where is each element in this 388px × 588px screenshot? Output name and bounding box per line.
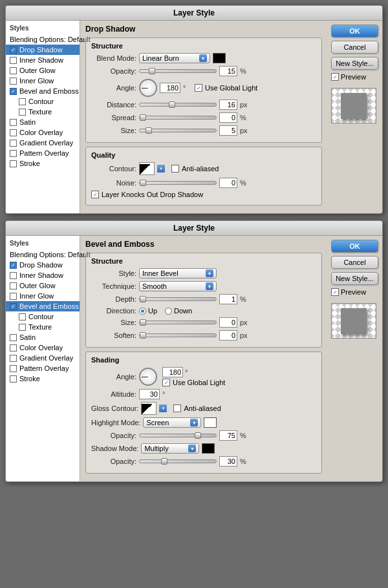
cb-satin-2[interactable] [10,334,17,341]
gloss-contour-dd-arrow-2[interactable]: ▼ [159,404,167,412]
noise-slider-1[interactable] [139,181,217,185]
cb-texture-2[interactable] [19,324,26,331]
sidebar-item-outer-glow-1[interactable]: Outer Glow [6,65,80,76]
cb-inner-glow-2[interactable] [10,293,17,300]
spread-slider-1[interactable] [139,116,217,120]
direction-down-field-2[interactable]: Down [165,307,192,315]
shadow-opacity-slider-2[interactable] [139,459,217,463]
cb-contour-1[interactable] [19,98,26,105]
cb-gradient-overlay-2[interactable] [10,355,17,362]
sidebar-item-inner-shadow-1[interactable]: Inner Shadow [6,55,80,65]
size-value-2[interactable]: 0 [219,317,237,328]
spread-value-1[interactable]: 0 [219,112,237,123]
cb-stroke-2[interactable] [10,375,17,383]
cancel-button-1[interactable]: Cancel [331,41,378,54]
size-thumb-1[interactable] [146,127,152,134]
anti-aliased-field-1[interactable]: Anti-aliased [171,165,219,173]
highlight-mode-dropdown-2[interactable]: Screen ▼ [143,417,201,428]
ok-button-2[interactable]: OK [331,240,378,253]
sidebar-item-gradient-overlay-2[interactable]: Gradient Overlay [6,353,80,363]
gloss-contour-thumb-2[interactable] [141,402,156,415]
highlight-opacity-thumb-2[interactable] [195,432,201,439]
cb-contour-2[interactable] [19,313,26,320]
depth-slider-2[interactable] [139,297,217,301]
sidebar-item-contour-2[interactable]: Contour [6,311,80,322]
preview-checkbox-2[interactable]: ✓ Preview [331,288,378,296]
cb-texture-1[interactable] [19,109,26,116]
sidebar-item-satin-2[interactable]: Satin [6,332,80,342]
sidebar-item-color-overlay-2[interactable]: Color Overlay [6,342,80,353]
soften-slider-2[interactable] [139,333,217,337]
shading-global-light-2[interactable]: ✓ Use Global Light [162,379,225,386]
sidebar-item-pattern-overlay-1[interactable]: Pattern Overlay [6,148,80,158]
shading-global-light-chk-2[interactable]: ✓ [162,379,170,386]
highlight-opacity-value-2[interactable]: 75 [219,430,237,441]
shading-angle-value-2[interactable]: 180 [162,367,183,377]
cb-bevel-1[interactable]: ✓ [10,88,17,95]
sidebar-item-gradient-overlay-1[interactable]: Gradient Overlay [6,138,80,148]
distance-thumb-1[interactable] [169,101,175,108]
sidebar-item-color-overlay-1[interactable]: Color Overlay [6,127,80,138]
sidebar-item-drop-shadow-1[interactable]: ✓ Drop Shadow [6,45,80,55]
size-value-1[interactable]: 5 [219,125,237,136]
soften-thumb-2[interactable] [140,332,146,339]
cb-color-overlay-2[interactable] [10,344,17,352]
cb-gradient-overlay-1[interactable] [10,140,17,147]
contour-thumbnail-1[interactable] [139,162,155,175]
sidebar-item-texture-2[interactable]: Texture [6,322,80,332]
cb-inner-glow-1[interactable] [10,78,17,85]
opacity-thumb-1[interactable] [149,68,155,74]
sidebar-blending-2[interactable]: Blending Options: Default [6,249,80,260]
blend-mode-dropdown-1[interactable]: Linear Burn ▼ [139,53,210,63]
distance-slider-1[interactable] [139,103,217,107]
gloss-anti-aliased-field-2[interactable]: Anti-aliased [173,404,221,412]
angle-value-box-1[interactable]: 180 [160,83,180,93]
sidebar-item-drop-shadow-2[interactable]: ✓ Drop Shadow [6,260,80,270]
cb-inner-shadow-2[interactable] [10,272,17,279]
new-style-button-1[interactable]: New Style... [331,57,378,70]
cancel-button-2[interactable]: Cancel [331,256,378,269]
cb-drop-shadow-1[interactable]: ✓ [10,47,17,54]
altitude-value-2[interactable]: 30 [139,389,160,399]
sidebar-item-bevel-2[interactable]: ✓ Bevel and Emboss [6,301,80,311]
direction-up-radio-2[interactable] [139,308,146,315]
cb-drop-shadow-2[interactable]: ✓ [10,262,17,269]
shadow-opacity-thumb-2[interactable] [161,458,167,465]
cb-inner-shadow-1[interactable] [10,57,17,64]
preview-chk-1[interactable]: ✓ [331,73,339,81]
anti-aliased-chk-1[interactable] [171,165,179,173]
angle-dial-1[interactable] [139,79,157,97]
cb-pattern-overlay-2[interactable] [10,365,17,372]
preview-chk-2[interactable]: ✓ [331,288,339,296]
highlight-color-2[interactable] [204,417,217,428]
layer-knocks-row-1[interactable]: ✓ Layer Knocks Out Drop Shadow [91,191,316,198]
noise-value-1[interactable]: 0 [219,178,237,188]
opacity-slider-1[interactable] [139,69,217,73]
blend-mode-color-1[interactable] [213,53,226,63]
cb-pattern-overlay-1[interactable] [10,150,17,157]
sidebar-item-inner-glow-2[interactable]: Inner Glow [6,291,80,301]
cb-stroke-1[interactable] [10,160,17,167]
direction-up-field-2[interactable]: Up [139,307,157,315]
sidebar-item-outer-glow-2[interactable]: Outer Glow [6,280,80,291]
sidebar-item-inner-shadow-2[interactable]: Inner Shadow [6,270,80,280]
layer-knocks-chk-1[interactable]: ✓ [91,191,99,198]
global-light-check-1[interactable]: ✓ Use Global Light [195,84,257,92]
depth-value-2[interactable]: 1 [219,294,237,304]
sidebar-item-stroke-2[interactable]: Stroke [6,373,80,384]
shadow-mode-dropdown-2[interactable]: Multiply ▼ [141,443,199,454]
sidebar-item-stroke-1[interactable]: Stroke [6,158,80,169]
depth-thumb-2[interactable] [140,296,146,302]
new-style-button-2[interactable]: New Style... [331,272,378,285]
distance-value-1[interactable]: 16 [219,100,237,110]
sidebar-item-pattern-overlay-2[interactable]: Pattern Overlay [6,363,80,373]
style-dropdown-2[interactable]: Inner Bevel ▼ [139,268,217,278]
sidebar-item-texture-1[interactable]: Texture [6,107,80,117]
highlight-opacity-slider-2[interactable] [139,434,217,437]
cb-satin-1[interactable] [10,119,17,126]
cb-outer-glow-1[interactable] [10,67,17,74]
cb-color-overlay-1[interactable] [10,129,17,136]
soften-value-2[interactable]: 0 [219,330,237,341]
shading-angle-dial-2[interactable] [139,368,157,386]
size-slider-1[interactable] [139,129,217,132]
